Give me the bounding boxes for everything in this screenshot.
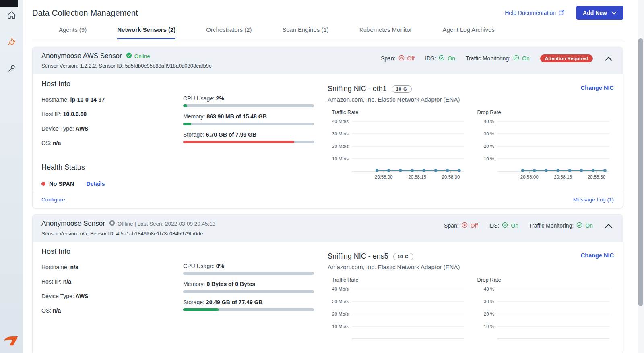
chart-svg: 40 Mb/s30 Mb/s20 Mb/s10 Mb/s20:58:0020:5… — [328, 116, 467, 181]
svg-text:40 %: 40 % — [483, 287, 494, 291]
help-documentation-link[interactable]: Help Documentation — [505, 10, 564, 17]
hostname-field: Hostname: n/a — [41, 264, 183, 270]
svg-text:20:58:00: 20:58:00 — [375, 174, 393, 179]
chart-svg: 40 %30 %20 %10 % — [473, 283, 613, 349]
sensor-card-anonymoose: Anonymoose Sensor Offline | Last Seen: 2… — [32, 214, 623, 353]
memory-meter: Memory: 863.90 MB of 15.48 GB — [183, 113, 314, 125]
drop-rate-chart: Drop Rate 40 %30 %20 %10 %20:58:0020:58:… — [473, 109, 614, 183]
nic-description: Amazon.com, Inc. Elastic Network Adaptor… — [328, 264, 460, 270]
change-nic-link[interactable]: Change NIC — [581, 252, 614, 259]
chart-svg: 40 %30 %20 %10 %20:58:0020:58:1520:58:30 — [473, 116, 613, 181]
sensor-card-anonymoose-aws: Anonymoose AWS Sensor Online Sensor Vers… — [32, 47, 623, 208]
x-circle-icon — [398, 55, 405, 62]
svg-text:30 Mb/s: 30 Mb/s — [332, 131, 349, 136]
attention-required-badge[interactable]: Attention Required — [540, 54, 593, 62]
tab-orchestrators[interactable]: Orchestrators (2) — [206, 26, 252, 39]
storage-meter: Storage: 6.70 GB of 7.99 GB — [183, 131, 314, 143]
configure-link[interactable]: Configure — [41, 197, 65, 203]
nic-speed-badge: 10 G — [393, 253, 413, 260]
os-field: OS: n/a — [41, 140, 183, 146]
sensor-name: Anonymoose AWS Sensor — [41, 52, 122, 60]
svg-text:20:58:30: 20:58:30 — [587, 174, 605, 179]
rapid7-logo — [3, 334, 19, 348]
add-new-button[interactable]: Add New — [576, 6, 623, 20]
x-circle-gray-icon — [109, 220, 115, 227]
corner-dark-strip — [0, 0, 18, 7]
tab-bar: Agents (9) Network Sensors (2) Orchestra… — [32, 26, 623, 39]
nic-speed-badge: 10 G — [392, 85, 412, 93]
svg-text:30 %: 30 % — [483, 299, 494, 304]
drop-rate-chart: Drop Rate 40 %30 %20 %10 % — [473, 277, 614, 350]
svg-text:30 %: 30 % — [483, 131, 494, 136]
health-status-item: No SPAN — [41, 181, 74, 187]
plug-icon[interactable] — [6, 36, 17, 47]
svg-text:20:58:15: 20:58:15 — [554, 174, 572, 179]
storage-meter: Storage: 20.49 GB of 77.49 GB — [183, 299, 314, 311]
sensor-meta: Sensor Version: 1.2.2.2, Sensor ID: 5d5f… — [41, 63, 212, 69]
scrollbar-track[interactable] — [638, 0, 644, 353]
hostname-field: Hostname: ip-10-0-14-97 — [41, 96, 183, 103]
external-link-icon — [559, 10, 564, 17]
key-icon[interactable] — [6, 63, 17, 73]
svg-text:20:58:30: 20:58:30 — [442, 174, 460, 179]
svg-text:40 Mb/s: 40 Mb/s — [332, 119, 349, 124]
ids-toggle-status: IDS: On — [488, 222, 518, 229]
device-type-field: Device Type: AWS — [41, 293, 183, 299]
page-title: Data Collection Management — [32, 8, 138, 18]
collapse-chevron-up-icon[interactable] — [603, 56, 614, 62]
os-field: OS: n/a — [41, 307, 183, 314]
health-status-heading: Health Status — [41, 163, 314, 172]
svg-text:40 Mb/s: 40 Mb/s — [332, 287, 349, 291]
host-info-heading: Host Info — [41, 80, 314, 88]
chevron-down-icon — [611, 10, 617, 16]
tab-network-sensors[interactable]: Network Sensors (2) — [117, 26, 175, 39]
change-nic-link[interactable]: Change NIC — [581, 85, 614, 91]
home-icon[interactable] — [6, 10, 17, 20]
svg-text:20 Mb/s: 20 Mb/s — [332, 144, 349, 149]
status-offline: Offline | Last Seen: 2022-03-09 20:45:13 — [109, 220, 215, 227]
card-header: Anonymoose Sensor Offline | Last Seen: 2… — [33, 215, 623, 242]
check-circle-icon — [126, 52, 132, 60]
sensor-name: Anonymoose Sensor — [41, 220, 105, 228]
span-toggle-status: Span: Off — [444, 222, 478, 229]
svg-text:10 Mb/s: 10 Mb/s — [332, 156, 349, 161]
ids-toggle-status: IDS: On — [425, 55, 455, 62]
scrollbar-thumb[interactable] — [638, 38, 643, 306]
chart-svg: 40 Mb/s30 Mb/s20 Mb/s10 Mb/s — [328, 283, 467, 349]
tab-kubernetes-monitor[interactable]: Kubernetes Monitor — [359, 26, 412, 39]
check-circle-outline-icon — [439, 55, 445, 62]
nic-description: Amazon.com, Inc. Elastic Network Adaptor… — [328, 96, 460, 103]
check-circle-outline-icon — [513, 55, 519, 62]
red-dot-icon — [41, 182, 45, 186]
traffic-monitoring-toggle-status: Traffic Monitoring: On — [466, 55, 530, 62]
svg-text:40 %: 40 % — [483, 119, 494, 124]
sniffing-nic-title: Sniffing NIC - ens5 — [328, 252, 388, 261]
host-info-heading: Host Info — [41, 247, 314, 256]
tab-agents[interactable]: Agents (9) — [59, 26, 87, 39]
cpu-usage-meter: CPU Usage: 0% — [183, 263, 314, 275]
svg-text:10 %: 10 % — [483, 156, 494, 161]
svg-text:20 %: 20 % — [483, 144, 494, 149]
traffic-rate-chart: Traffic Rate 40 Mb/s30 Mb/s20 Mb/s10 Mb/… — [328, 109, 469, 183]
sensor-meta: Sensor Version: n/a, Sensor ID: 4f5a1cb1… — [41, 230, 215, 237]
status-online: Online — [126, 52, 150, 60]
card-header: Anonymoose AWS Sensor Online Sensor Vers… — [33, 47, 623, 74]
cpu-usage-meter: CPU Usage: 2% — [183, 95, 314, 107]
check-circle-outline-icon — [502, 222, 508, 229]
tab-agent-log-archives[interactable]: Agent Log Archives — [443, 26, 495, 39]
svg-text:20:58:00: 20:58:00 — [520, 174, 538, 179]
x-circle-icon — [462, 222, 468, 229]
host-ip-field: Host IP: n/a — [41, 278, 183, 285]
memory-meter: Memory: 0 Bytes of 0 Bytes — [183, 281, 314, 293]
svg-text:20 Mb/s: 20 Mb/s — [332, 311, 349, 316]
main-area: Data Collection Management Help Document… — [23, 0, 644, 353]
collapse-chevron-up-icon[interactable] — [603, 223, 614, 229]
svg-text:20:58:15: 20:58:15 — [408, 174, 426, 179]
host-ip-field: Host IP: 10.0.0.60 — [41, 111, 183, 117]
traffic-monitoring-toggle-status: Traffic Monitoring: On — [529, 222, 593, 229]
tab-scan-engines[interactable]: Scan Engines (1) — [283, 26, 329, 39]
details-link[interactable]: Details — [87, 181, 105, 187]
message-log-link[interactable]: Message Log (1) — [573, 197, 614, 203]
device-type-field: Device Type: AWS — [41, 125, 183, 132]
svg-text:10 %: 10 % — [483, 324, 494, 329]
